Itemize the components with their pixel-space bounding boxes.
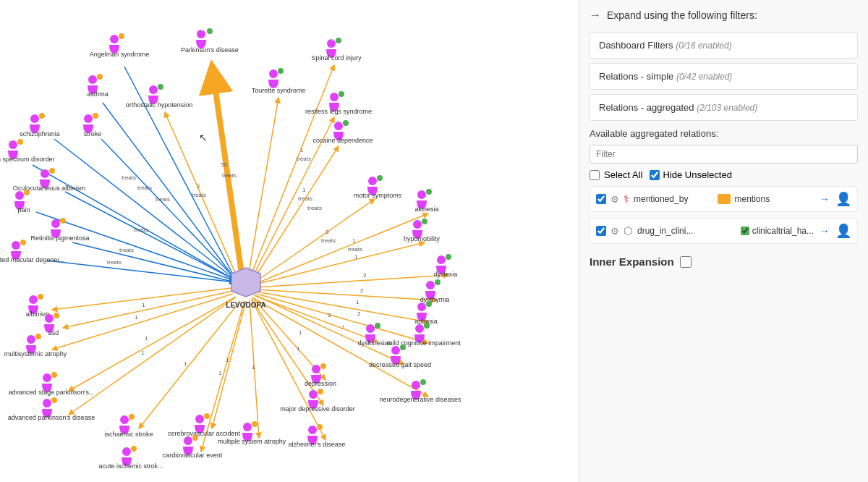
svg-text:mild cognitive impairment: mild cognitive impairment (387, 339, 461, 347)
svg-point-179 (243, 423, 252, 431)
svg-text:cerebrovascular accident: cerebrovascular accident (168, 430, 241, 437)
svg-text:2: 2 (197, 183, 200, 190)
svg-point-164 (43, 399, 51, 407)
relation1-checkbox[interactable] (596, 194, 606, 204)
relation1-dna-icon: ⚕ (624, 193, 629, 206)
svg-point-99 (343, 120, 349, 126)
svg-point-76 (207, 28, 213, 34)
svg-point-114 (426, 189, 432, 195)
svg-line-63 (65, 192, 235, 280)
svg-text:multisystemic atrophy: multisystemic atrophy (4, 350, 67, 358)
svg-marker-73 (231, 268, 260, 297)
relation2-inner-checkbox[interactable] (741, 227, 749, 235)
svg-text:6: 6 (201, 27, 204, 32)
relation2-gear-icon[interactable]: ⚙ (610, 226, 619, 237)
svg-point-152 (391, 346, 400, 355)
svg-text:1: 1 (356, 299, 359, 305)
svg-point-140 (29, 295, 38, 304)
relation1-orange-box (718, 194, 731, 204)
svg-text:major depressive disorder: major depressive disorder (280, 405, 355, 413)
svg-text:dyslexia: dyslexia (434, 271, 458, 278)
svg-text:dysthymia: dysthymia (420, 296, 450, 303)
inner-expansion-checkbox[interactable] (680, 256, 692, 268)
svg-point-111 (377, 175, 383, 181)
svg-text:Retinitis pigmentosa: Retinitis pigmentosa (30, 234, 89, 242)
svg-point-95 (330, 93, 339, 101)
svg-text:2: 2 (363, 272, 367, 279)
svg-text:LEVODOPA: LEVODOPA (226, 301, 265, 309)
svg-line-3 (250, 65, 334, 279)
svg-point-132 (446, 254, 451, 260)
relation2-arrow-icon: → (820, 225, 830, 237)
svg-text:treats: treats (348, 246, 362, 253)
svg-point-90 (97, 74, 103, 80)
svg-point-126 (20, 240, 26, 245)
relation-row-2: ⚙ ⬡ drug_in_clini... clinicaltrial_ha...… (590, 218, 858, 244)
relation2-hex-icon: ⬡ (624, 224, 633, 237)
svg-text:1: 1 (252, 364, 255, 371)
relation1-arrow-icon: → (820, 193, 830, 205)
svg-point-165 (51, 397, 57, 403)
relations-aggregated-label: Relations - aggregated (2/103 enabled) (599, 102, 757, 113)
panel-header-text: Expand using the following filters: (607, 9, 757, 21)
filter-input[interactable] (590, 145, 858, 164)
svg-line-25 (256, 289, 437, 300)
svg-text:1: 1 (299, 329, 302, 336)
relations-aggregated-section[interactable]: Relations - aggregated (2/103 enabled) (590, 94, 858, 121)
svg-point-186 (192, 435, 198, 441)
svg-point-183 (317, 424, 323, 430)
svg-point-101 (30, 114, 39, 123)
svg-point-119 (15, 191, 24, 200)
relation-row-1: ⚙ ⚕ mentioned_by mentions → 👤 (590, 186, 858, 212)
svg-text:Parkinson's disease: Parkinson's disease (181, 46, 239, 54)
svg-text:1: 1 (354, 253, 358, 260)
svg-text:pain: pain (17, 206, 30, 213)
svg-line-13 (253, 146, 339, 280)
svg-point-129 (422, 219, 427, 224)
svg-point-180 (252, 421, 258, 427)
svg-point-125 (12, 241, 20, 250)
hide-unselected-label: Hide Unselected (663, 169, 731, 180)
svg-line-38 (251, 299, 323, 405)
svg-point-188 (122, 447, 131, 456)
svg-text:motor symptoms: motor symptoms (354, 192, 402, 199)
svg-point-80 (336, 38, 341, 43)
svg-point-113 (417, 190, 426, 199)
svg-text:3: 3 (328, 312, 331, 318)
relation2-person-icon: 👤 (835, 223, 851, 239)
graph-canvas[interactable]: 50 treats 1 treats 2 treats 1 treats tre… (0, 0, 579, 482)
svg-text:orthostatic hypotension: orthostatic hypotension (126, 101, 193, 109)
svg-point-123 (60, 218, 66, 224)
dashboard-filters-section[interactable]: Dashboard Filters (0/16 enabled) (590, 32, 858, 59)
svg-line-49 (69, 297, 236, 391)
select-all-checkbox[interactable] (590, 170, 600, 180)
svg-point-137 (417, 303, 426, 311)
svg-text:1: 1 (142, 302, 145, 308)
svg-point-96 (339, 91, 344, 97)
svg-text:treats: treats (137, 185, 152, 191)
svg-text:cardiovascular event: cardiovascular event (163, 452, 223, 459)
svg-line-65 (72, 242, 235, 282)
relation1-name2: mentions (735, 194, 814, 204)
svg-point-161 (43, 373, 51, 382)
svg-point-92 (149, 85, 158, 94)
svg-point-108 (17, 139, 23, 145)
svg-text:alzheimer's disease: alzheimer's disease (289, 441, 346, 448)
svg-text:treats: treats (119, 247, 134, 253)
svg-text:↖: ↖ (199, 132, 208, 143)
svg-point-86 (110, 35, 119, 43)
hide-unselected-checkbox[interactable] (650, 170, 660, 180)
relations-simple-section[interactable]: Relations - simple (0/42 enabled) (590, 63, 858, 90)
svg-text:Spinal cord injury: Spinal cord injury (311, 54, 362, 62)
svg-point-104 (84, 114, 93, 123)
relation1-name1: mentioned_by (634, 194, 713, 204)
relation2-checkbox[interactable] (596, 226, 606, 236)
svg-text:decreased gait speed: decreased gait speed (369, 361, 431, 368)
relation1-gear-icon[interactable]: ⚙ (610, 194, 619, 205)
svg-point-173 (120, 415, 129, 424)
relation2-name2: clinicaltrial_ha... (752, 226, 814, 236)
svg-text:ischaemic stroke: ischaemic stroke (104, 431, 153, 438)
svg-point-134 (426, 281, 435, 289)
svg-text:1: 1 (302, 187, 306, 193)
relation2-check-container: clinicaltrial_ha... (741, 226, 814, 236)
